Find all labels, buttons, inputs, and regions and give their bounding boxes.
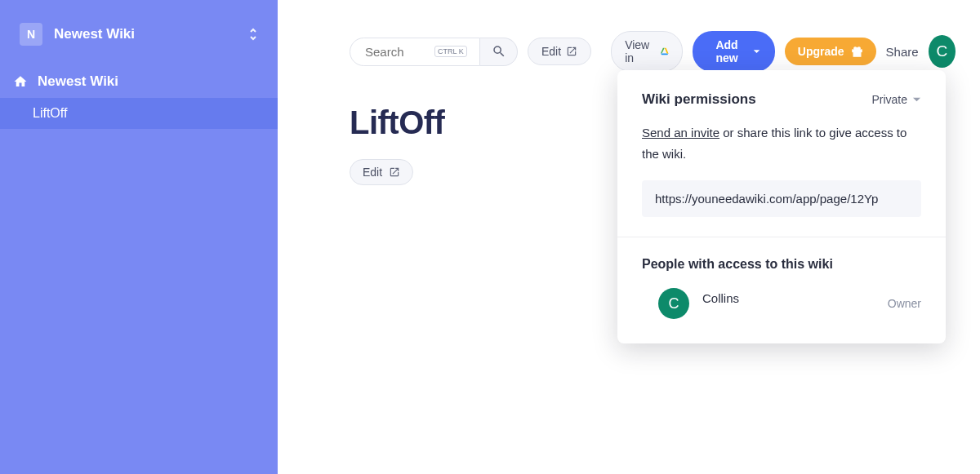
external-icon bbox=[566, 46, 577, 57]
permissions-title: Wiki permissions bbox=[642, 91, 756, 108]
gift-icon bbox=[851, 46, 863, 58]
sidebar-item-liftoff[interactable]: LiftOff bbox=[0, 98, 278, 129]
share-url[interactable]: https://youneedawiki.com/app/page/12Yp bbox=[642, 180, 921, 217]
chevron-down-icon bbox=[912, 95, 921, 104]
wiki-selector[interactable]: N Newest Wiki bbox=[0, 23, 278, 65]
person-row: C Collins Owner bbox=[642, 288, 921, 319]
addnew-label: Add new bbox=[707, 38, 746, 64]
upgrade-button[interactable]: Upgrade bbox=[785, 38, 876, 65]
permissions-desc: Send an invite or share this link to giv… bbox=[642, 122, 921, 164]
drive-icon bbox=[660, 46, 669, 57]
home-icon bbox=[13, 74, 28, 89]
edit-button[interactable]: Edit bbox=[528, 38, 591, 65]
share-popover: Wiki permissions Private Send an invite … bbox=[617, 70, 946, 343]
person-avatar: C bbox=[658, 288, 689, 319]
person-role: Owner bbox=[888, 297, 921, 310]
person-name: Collins bbox=[702, 291, 875, 305]
external-icon bbox=[389, 166, 400, 178]
sidebar-home[interactable]: Newest Wiki bbox=[0, 65, 278, 98]
toolbar: CTRL K Edit View in Add new Upgrade bbox=[278, 31, 980, 72]
edit-label: Edit bbox=[541, 45, 561, 58]
chevron-down-icon bbox=[753, 47, 760, 56]
search-input[interactable]: CTRL K bbox=[350, 38, 480, 66]
upgrade-label: Upgrade bbox=[798, 45, 844, 58]
edit-page-label: Edit bbox=[363, 166, 382, 179]
avatar[interactable]: C bbox=[929, 35, 956, 68]
wiki-logo: N bbox=[20, 23, 42, 46]
sidebar: N Newest Wiki Newest Wiki LiftOff bbox=[0, 0, 278, 474]
unfold-icon[interactable] bbox=[248, 27, 258, 42]
access-title: People with access to this wiki bbox=[642, 257, 921, 272]
search-button[interactable] bbox=[480, 38, 518, 66]
wiki-name: Newest Wiki bbox=[54, 26, 237, 42]
share-button[interactable]: Share bbox=[886, 45, 919, 59]
search-field[interactable] bbox=[365, 45, 434, 59]
viewin-label: View in bbox=[625, 38, 655, 64]
privacy-label: Private bbox=[871, 93, 907, 106]
addnew-button[interactable]: Add new bbox=[693, 31, 775, 72]
search-shortcut: CTRL K bbox=[434, 46, 467, 57]
divider bbox=[617, 237, 946, 237]
viewin-button[interactable]: View in bbox=[611, 31, 683, 72]
search-icon bbox=[492, 44, 506, 59]
privacy-selector[interactable]: Private bbox=[871, 93, 921, 106]
home-label: Newest Wiki bbox=[38, 73, 118, 90]
send-invite-link[interactable]: Send an invite bbox=[642, 126, 719, 140]
edit-page-button[interactable]: Edit bbox=[350, 159, 413, 185]
